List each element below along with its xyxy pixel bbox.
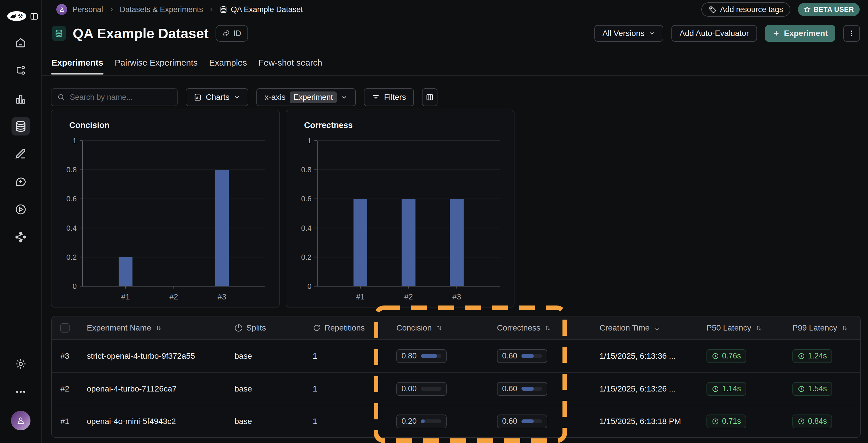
- xaxis-select[interactable]: x-axis Experiment: [256, 88, 356, 106]
- plus-icon: [773, 30, 780, 37]
- breadcrumb: Personal Datasets & Experiments QA Examp…: [56, 4, 303, 15]
- overflow-menu-button[interactable]: [843, 25, 860, 42]
- chat-plus-icon: [15, 176, 27, 188]
- workspace-avatar[interactable]: [56, 4, 67, 15]
- splits-value: base: [235, 417, 313, 426]
- select-all-checkbox[interactable]: [60, 323, 69, 332]
- chevron-down-icon: [648, 30, 655, 37]
- table-row[interactable]: #3 strict-openai-4-turbo-9f372a55 base 1…: [52, 340, 860, 372]
- charts-toggle-button[interactable]: Charts: [186, 88, 248, 106]
- tab-experiments[interactable]: Experiments: [51, 58, 103, 76]
- table-row[interactable]: #2 openai-4-turbo-71126ca7 base 1 0.00 0…: [52, 372, 860, 405]
- columns-icon: [426, 93, 434, 101]
- score-bar: [521, 354, 542, 358]
- svg-text:0.4: 0.4: [66, 224, 77, 232]
- breadcrumb-datasets[interactable]: Datasets & Experiments: [120, 5, 203, 14]
- clock-icon: [712, 418, 719, 425]
- charts-icon: [194, 93, 202, 101]
- tab-few-shot-search[interactable]: Few-shot search: [258, 58, 322, 76]
- row-number: #1: [60, 417, 69, 426]
- table-row[interactable]: #1 openai-4o-mini-5f4943c2 base 1 0.20 0…: [52, 405, 860, 437]
- creation-time: 1/15/2025, 6:13:26 ...: [599, 384, 707, 393]
- svg-text:0: 0: [73, 282, 77, 291]
- sort-icon[interactable]: [841, 324, 848, 332]
- filters-button[interactable]: Filters: [364, 88, 414, 106]
- beta-user-badge: BETA USER: [798, 3, 860, 16]
- score-bar: [421, 419, 441, 423]
- panel-toggle-icon[interactable]: [30, 12, 38, 21]
- chevron-down-icon: [234, 94, 240, 101]
- title-row: QA Example Dataset ID All Versions A: [42, 17, 868, 47]
- concision-chart-card: Concision 00.20.40.60.81#1#2#3: [51, 110, 280, 307]
- all-versions-select[interactable]: All Versions: [594, 25, 663, 42]
- clock-icon: [712, 352, 719, 360]
- sort-desc-icon[interactable]: [653, 324, 661, 332]
- graph-nodes-icon: [15, 231, 27, 243]
- tab-pairwise-experiments[interactable]: Pairwise Experiments: [114, 58, 198, 76]
- dataset-icon: [220, 6, 227, 13]
- table-header-row: Experiment Name Splits: [52, 317, 860, 340]
- column-correctness: Correctness: [497, 323, 540, 332]
- correctness-score: 0.60: [497, 415, 547, 428]
- correctness-score: 0.60: [497, 349, 547, 363]
- sidebar-item-annotations[interactable]: [11, 145, 30, 163]
- concision-score: 0.00: [396, 382, 447, 396]
- repetitions-value: 1: [313, 352, 396, 361]
- sidebar-item-projects[interactable]: [11, 90, 30, 109]
- svg-text:#1: #1: [356, 293, 365, 301]
- sidebar-item-playground[interactable]: [11, 200, 30, 218]
- chevron-down-icon: [341, 94, 348, 101]
- svg-text:0.6: 0.6: [301, 195, 312, 203]
- sort-icon[interactable]: [544, 324, 552, 332]
- main-content: Personal Datasets & Experiments QA Examp…: [42, 0, 868, 443]
- splits-value: base: [235, 384, 313, 393]
- clock-icon: [798, 385, 805, 393]
- sidebar-item-datasets[interactable]: [11, 117, 30, 136]
- clock-icon: [712, 385, 719, 393]
- sidebar-item-flows[interactable]: [11, 228, 30, 246]
- phoenix-logo[interactable]: ⚒: [7, 11, 26, 21]
- columns-button[interactable]: [422, 88, 437, 106]
- p50-latency-badge: 0.76s: [707, 349, 746, 363]
- sort-icon[interactable]: [155, 324, 162, 332]
- xaxis-value-chip: Experiment: [290, 91, 337, 103]
- score-bar: [421, 387, 441, 391]
- sort-icon[interactable]: [755, 324, 763, 332]
- copy-id-button[interactable]: ID: [216, 25, 248, 42]
- sidebar-item-more[interactable]: [11, 383, 30, 401]
- column-p99-latency: P99 Latency: [793, 323, 837, 332]
- row-number: #2: [60, 384, 69, 393]
- sidebar-item-home[interactable]: [11, 33, 30, 52]
- concision-bar-chart: 00.20.40.60.81#1#2#3: [52, 110, 279, 307]
- clock-icon: [798, 418, 805, 425]
- svg-text:0.8: 0.8: [301, 166, 312, 174]
- breadcrumb-bar: Personal Datasets & Experiments QA Examp…: [42, 0, 868, 17]
- svg-text:#1: #1: [121, 293, 130, 301]
- column-concision: Concision: [396, 323, 432, 332]
- breadcrumb-personal[interactable]: Personal: [72, 5, 103, 14]
- experiments-table: Experiment Name Splits: [51, 316, 861, 438]
- score-bar: [421, 354, 441, 358]
- home-icon: [15, 36, 27, 49]
- search-input[interactable]: [70, 93, 172, 102]
- chevron-right-icon: [108, 6, 115, 13]
- new-experiment-button[interactable]: Experiment: [765, 25, 836, 42]
- svg-text:0.2: 0.2: [301, 253, 312, 262]
- user-avatar[interactable]: [11, 411, 30, 430]
- add-auto-evaluator-button[interactable]: Add Auto-Evaluator: [672, 25, 757, 42]
- sidebar-item-traces[interactable]: [11, 62, 30, 80]
- toolbar: Charts x-axis Experiment Filters: [51, 88, 868, 106]
- tab-examples[interactable]: Examples: [209, 58, 247, 76]
- person-icon: [16, 416, 26, 425]
- splits-value: base: [235, 352, 313, 361]
- svg-text:#3: #3: [218, 293, 226, 301]
- p99-latency-badge: 1.54s: [793, 382, 832, 396]
- creation-time: 1/15/2025, 6:13:36 ...: [599, 352, 707, 361]
- svg-text:1: 1: [73, 136, 77, 145]
- sort-icon[interactable]: [435, 324, 443, 332]
- sidebar-item-settings[interactable]: [11, 355, 30, 373]
- add-resource-tags-button[interactable]: Add resource tags: [701, 2, 790, 17]
- sidebar-item-feedback[interactable]: [11, 173, 30, 191]
- tag-icon: [709, 6, 716, 13]
- play-circle-icon: [15, 203, 27, 215]
